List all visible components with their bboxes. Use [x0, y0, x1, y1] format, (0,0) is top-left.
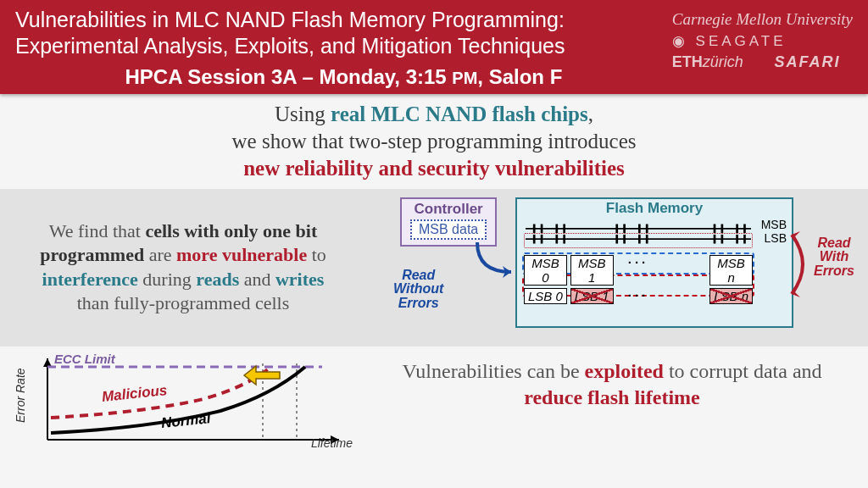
slide-title: Vulnerabilities in MLC NAND Flash Memory…	[15, 7, 672, 60]
svg-rect-2	[533, 224, 536, 233]
chart-svg	[17, 352, 356, 453]
svg-rect-19	[721, 224, 724, 233]
cmu-logo: Carnegie Mellon University	[672, 10, 853, 29]
msb-data-box: MSB data	[410, 219, 487, 240]
arrow-red-icon	[785, 226, 817, 302]
safari-logo: SAFARI	[774, 53, 853, 71]
svg-rect-11	[623, 224, 626, 233]
svg-rect-3	[541, 224, 543, 233]
session-info: HPCA Session 3A – Monday, 3:15 PM, Salon…	[15, 65, 672, 89]
x-axis-label: Lifetime	[311, 436, 353, 450]
svg-rect-14	[638, 224, 641, 233]
ecc-limit-label: ECC Limit	[54, 352, 115, 366]
svg-rect-15	[646, 224, 648, 233]
read-without-errors-label: Read Without Errors	[393, 269, 443, 311]
title-line2: Experimental Analysis, Exploits, and Mit…	[15, 34, 565, 58]
svg-rect-22	[736, 224, 738, 233]
ellipsis: ···	[617, 288, 660, 304]
svg-rect-10	[615, 224, 618, 233]
read-with-errors-label: Read With Errors	[814, 236, 854, 279]
page-grid: MSB 0 MSB 1 ··· MSB n LSB 0 LSB 1 ··· LS…	[524, 255, 753, 304]
lsb-dotted-outline	[524, 233, 753, 248]
cell-msb0: MSB 0	[524, 255, 567, 286]
svg-rect-18	[714, 224, 716, 233]
controller-label: Controller	[410, 201, 487, 218]
seagate-logo: SEAGATE	[672, 32, 853, 50]
bit-line-labels: MSB LSB	[761, 218, 787, 245]
affiliation-logos: Carnegie Mellon University SEAGATE ETHzü…	[672, 7, 853, 71]
svg-rect-7	[563, 224, 565, 233]
y-axis-label: Error Rate	[14, 368, 27, 423]
slide-header: Vulnerabilities in MLC NAND Flash Memory…	[0, 0, 868, 94]
cell-lsb0: LSB 0	[524, 288, 567, 304]
cell-lsb1-error: LSB 1	[570, 288, 614, 304]
exploit-text: Vulnerabilities can be exploited to corr…	[373, 352, 851, 411]
mid-section: We find that cells with only one bit pro…	[0, 189, 868, 347]
cell-lsbn-error: LSB n	[709, 288, 753, 304]
intro-claim: Using real MLC NAND flash chips, we show…	[0, 94, 868, 189]
flash-memory-box: Flash Memory	[515, 197, 793, 328]
eth-logo: ETHzürich	[672, 53, 756, 71]
bottom-section: ECC Limit Malicious Normal Error Rate Li…	[0, 347, 868, 453]
svg-rect-23	[743, 224, 746, 233]
lifetime-chart: ECC Limit Malicious Normal Error Rate Li…	[17, 352, 356, 453]
flash-diagram: Controller MSB data Read Without Errors …	[363, 196, 854, 340]
ellipsis: ···	[617, 255, 660, 286]
header-text: Vulnerabilities in MLC NAND Flash Memory…	[15, 7, 672, 89]
svg-rect-6	[555, 224, 558, 233]
flash-title: Flash Memory	[517, 200, 792, 217]
cell-msbn: MSB n	[709, 255, 753, 286]
finding-text: We find that cells with only one bit pro…	[14, 219, 353, 315]
cell-msb1: MSB 1	[570, 255, 614, 286]
title-line1: Vulnerabilities in MLC NAND Flash Memory…	[15, 8, 565, 31]
